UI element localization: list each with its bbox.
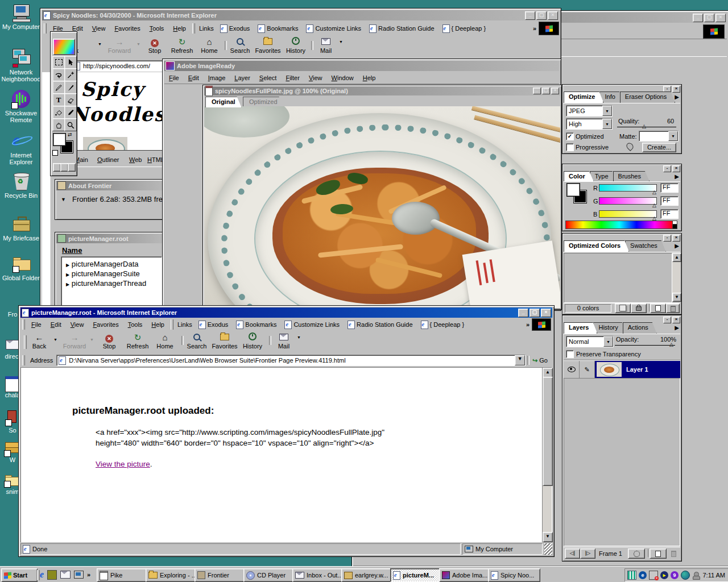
outline-item[interactable]: ▶ pictureManagerThread	[61, 278, 162, 288]
menu-help[interactable]: Help	[151, 321, 164, 328]
expand-triangle-icon[interactable]: ▶	[66, 272, 69, 277]
tab-eraser-options[interactable]: Eraser Options	[620, 92, 675, 103]
menu-favorites[interactable]: Favorites	[114, 25, 140, 32]
tray-icon-7[interactable]	[692, 571, 700, 579]
close-button[interactable]: ×	[541, 309, 551, 317]
palette-titlebar[interactable]: - ×	[564, 86, 680, 92]
minimize-button[interactable]: _	[525, 11, 535, 20]
lock-button[interactable]	[631, 304, 647, 313]
search-button[interactable]: Search	[184, 332, 209, 350]
mail-button[interactable]: Mail	[272, 332, 296, 350]
tray-icon-1[interactable]	[627, 571, 636, 580]
quick-launch-chevron[interactable]: »	[87, 571, 90, 578]
tab-layers[interactable]: Layers	[564, 322, 597, 334]
desktop-icon-recycle-bin[interactable]: ♻ Recycle Bin	[1, 172, 42, 199]
r-value-field[interactable]: FF	[660, 183, 679, 193]
layer-entry[interactable]: Layer 1	[595, 361, 680, 378]
menu-view[interactable]: View	[309, 74, 322, 81]
new-swatch-button[interactable]	[650, 304, 666, 313]
b-value-field[interactable]: FF	[660, 209, 679, 219]
hand-tool[interactable]	[52, 118, 65, 131]
g-value-field[interactable]: FF	[660, 196, 679, 206]
tab-optimize[interactable]: Optimize	[564, 92, 603, 103]
refresh-button[interactable]: ↻ Refresh	[124, 332, 151, 350]
menu-filter[interactable]: Filter	[286, 74, 299, 81]
menu-select[interactable]: Select	[259, 74, 277, 81]
swatch-scrollbar[interactable]: ▲ ▼	[672, 253, 680, 302]
toolbox-screen-mode-button[interactable]	[53, 163, 61, 172]
link-bookmarks[interactable]: eBookmarks	[236, 321, 276, 329]
tab-color[interactable]: Color	[564, 171, 594, 181]
delete-button[interactable]	[666, 304, 680, 313]
desktop-icon-my-briefcase[interactable]: My Briefcase	[1, 215, 42, 242]
swap-colors-icon[interactable]: ⇄	[68, 132, 72, 138]
palette-menu-arrow[interactable]: ▶	[675, 325, 679, 331]
palette-titlebar[interactable]: - ×	[564, 165, 680, 171]
back-dropdown[interactable]: ▼	[98, 42, 102, 46]
menu-view[interactable]: View	[71, 321, 84, 328]
color-spectrum-bar[interactable]	[565, 221, 673, 229]
blend-mode-select[interactable]: Normal▼	[566, 336, 614, 347]
close-button[interactable]: ×	[551, 88, 559, 94]
tab-actions[interactable]: Actions	[623, 322, 657, 334]
task-cd-player[interactable]: CD Player	[243, 568, 296, 582]
back-dropdown[interactable]: ▼	[53, 338, 57, 342]
shockwave-quicklaunch-icon[interactable]	[47, 570, 57, 580]
dropdown-arrow-icon[interactable]: ▼	[668, 131, 678, 141]
favorites-button[interactable]: Favorites	[210, 332, 239, 350]
address-field[interactable]: e D:\Nirvana Server\apps\Preferences\Use…	[56, 355, 526, 366]
links-overflow-chevron[interactable]: »	[526, 321, 530, 328]
magic-wand-tool[interactable]	[64, 68, 77, 81]
go-button[interactable]: ↪ Go	[532, 357, 548, 364]
layer-mask-button[interactable]	[628, 548, 645, 559]
move-tool[interactable]	[64, 56, 77, 69]
link-exodus[interactable]: eExodus	[198, 321, 229, 329]
menu-edit[interactable]: Edit	[188, 74, 199, 81]
droplet-icon[interactable]	[625, 142, 635, 151]
picturemanager-ie-titlebar[interactable]: e pictureManager.root - Microsoft Intern…	[20, 307, 552, 318]
r-slider[interactable]	[599, 184, 657, 192]
outline-item[interactable]: ▶ pictureManagerData	[61, 259, 162, 269]
forward-button[interactable]: → Forward	[105, 37, 134, 54]
start-button[interactable]: Start	[1, 568, 38, 582]
palette-menu-arrow[interactable]: ▶	[675, 243, 679, 249]
link-deepleap[interactable]: e{ Deepleap }	[442, 24, 486, 33]
foreground-color-swatch[interactable]	[53, 134, 65, 146]
history-button[interactable]: History	[283, 37, 308, 54]
show-desktop-icon[interactable]	[74, 571, 84, 579]
link-exodus[interactable]: eExodus	[220, 24, 250, 33]
palette-menu-arrow[interactable]: ▶	[675, 173, 679, 180]
g-slider-thumb[interactable]: △	[652, 203, 656, 208]
layer-visibility-toggle[interactable]	[564, 361, 580, 378]
noodles-photo[interactable]	[204, 106, 560, 308]
menu-window[interactable]: Window	[332, 74, 354, 81]
scroll-down-icon[interactable]: ▼	[672, 293, 681, 302]
opacity-slider[interactable]	[615, 339, 675, 346]
tray-icon-5[interactable]: 9	[671, 571, 679, 579]
paint-bucket-tool[interactable]	[52, 106, 65, 119]
menu-layer[interactable]: Layer	[234, 74, 250, 81]
forward-dropdown[interactable]: ▼	[136, 42, 140, 46]
picturemanager-titlebar[interactable]: pictureManager.root	[56, 234, 163, 243]
zoom-tool[interactable]	[64, 118, 77, 131]
task-pike[interactable]: Pike	[97, 568, 149, 582]
history-button[interactable]: History	[240, 332, 265, 350]
frontier-nav-outliner[interactable]: Outliner	[97, 156, 119, 163]
maximize-button[interactable]: ▢	[704, 14, 714, 22]
create-droplet-button[interactable]: Create...	[642, 143, 676, 152]
task-frontier[interactable]: Frontier	[195, 568, 247, 582]
link-radio-station-guide[interactable]: eRadio Station Guide	[348, 321, 412, 329]
link-customize-links[interactable]: eCustomize Links	[306, 24, 361, 33]
default-colors-icon[interactable]	[52, 150, 58, 156]
tab-history[interactable]: History	[593, 322, 626, 334]
next-frame-button[interactable]: |▷	[580, 548, 595, 559]
home-button[interactable]: ⌂ Home	[154, 332, 176, 350]
scroll-up-icon[interactable]: ▲	[672, 253, 681, 262]
menu-tools[interactable]: Tools	[150, 25, 164, 32]
menu-tools[interactable]: Tools	[128, 321, 143, 328]
foreground-color-swatch[interactable]	[567, 184, 580, 196]
mail-dropdown[interactable]: ▼	[297, 335, 301, 339]
desktop-icon-network-neighborhood[interactable]: Network Neighborhood	[1, 49, 42, 82]
menu-file[interactable]: File	[169, 74, 179, 81]
link-deepleap[interactable]: e{ Deepleap }	[421, 321, 465, 329]
